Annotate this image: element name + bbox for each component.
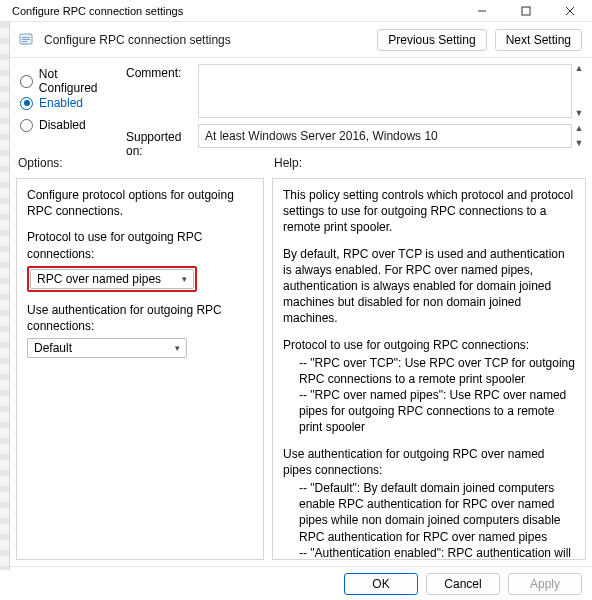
radio-icon <box>20 119 33 132</box>
protocol-label: Protocol to use for outgoing RPC connect… <box>27 229 253 261</box>
comment-scroll[interactable]: ▲ ▼ <box>572 64 586 118</box>
up-arrow-icon: ▲ <box>575 64 584 73</box>
help-text: -- "RPC over named pipes": Use RPC over … <box>283 387 575 436</box>
options-panel: Configure protocol options for outgoing … <box>16 178 264 560</box>
options-column: Options: Configure protocol options for … <box>16 152 264 560</box>
titlebar-controls <box>460 0 592 22</box>
radio-label: Not Configured <box>39 67 118 95</box>
dialog-window: Configure RPC connection settings Previo… <box>10 22 592 600</box>
dialog-title: Configure RPC connection settings <box>44 33 231 47</box>
auth-value: Default <box>34 340 72 356</box>
titlebar: Configure RPC connection settings <box>0 0 592 22</box>
comment-textarea[interactable] <box>198 64 572 118</box>
up-arrow-icon: ▲ <box>575 124 584 133</box>
protocol-combobox[interactable]: RPC over named pipes ▾ <box>30 269 194 289</box>
protocol-combo-highlight: RPC over named pipes ▾ <box>27 266 197 292</box>
dialog-header: Configure RPC connection settings Previo… <box>10 22 592 58</box>
ok-button[interactable]: OK <box>344 573 418 595</box>
comment-label: Comment: <box>126 64 198 80</box>
close-button[interactable] <box>548 0 592 22</box>
auth-combo-wrap: Default ▾ <box>27 338 187 358</box>
radio-not-configured[interactable]: Not Configured <box>20 70 118 92</box>
next-setting-button[interactable]: Next Setting <box>495 29 582 51</box>
down-arrow-icon: ▼ <box>575 139 584 148</box>
help-panel: This policy setting controls which proto… <box>272 178 586 560</box>
svg-rect-6 <box>22 39 30 40</box>
chevron-down-icon: ▾ <box>182 273 187 285</box>
radio-icon <box>20 97 33 110</box>
policy-icon <box>18 31 36 49</box>
auth-combobox[interactable]: Default ▾ <box>27 338 187 358</box>
supported-text: At least Windows Server 2016, Windows 10 <box>205 129 438 143</box>
state-radios: Not Configured Enabled Disabled <box>20 64 118 148</box>
minimize-button[interactable] <box>460 0 504 22</box>
chevron-down-icon: ▾ <box>175 342 180 354</box>
help-text: -- "Default": By default domain joined c… <box>283 480 575 545</box>
protocol-value: RPC over named pipes <box>37 271 161 287</box>
svg-rect-1 <box>522 7 530 15</box>
header-nav: Previous Setting Next Setting <box>377 29 582 51</box>
radio-icon <box>20 75 33 88</box>
help-text: -- "Authentication enabled": RPC authent… <box>283 545 575 560</box>
radio-enabled[interactable]: Enabled <box>20 92 118 114</box>
previous-setting-button[interactable]: Previous Setting <box>377 29 486 51</box>
svg-rect-5 <box>22 37 30 38</box>
maximize-button[interactable] <box>504 0 548 22</box>
radio-label: Enabled <box>39 96 83 110</box>
auth-label: Use authentication for outgoing RPC conn… <box>27 302 253 334</box>
help-heading: Help: <box>272 152 586 178</box>
apply-button[interactable]: Apply <box>508 573 582 595</box>
help-text: By default, RPC over TCP is used and aut… <box>283 246 575 327</box>
panels: Options: Configure protocol options for … <box>10 152 592 566</box>
down-arrow-icon: ▼ <box>575 109 584 118</box>
supported-value: At least Windows Server 2016, Windows 10 <box>198 124 572 148</box>
help-text: -- "RPC over TCP": Use RPC over TCP for … <box>283 355 575 387</box>
help-text: Protocol to use for outgoing RPC connect… <box>283 337 575 353</box>
help-text: This policy setting controls which proto… <box>283 187 575 236</box>
options-heading: Options: <box>16 152 264 178</box>
titlebar-title: Configure RPC connection settings <box>12 5 183 17</box>
state-area: Not Configured Enabled Disabled Comment:… <box>10 58 592 152</box>
options-intro: Configure protocol options for outgoing … <box>27 187 253 219</box>
background-strip <box>0 22 10 570</box>
help-column: Help: This policy setting controls which… <box>272 152 586 560</box>
cancel-button[interactable]: Cancel <box>426 573 500 595</box>
radio-disabled[interactable]: Disabled <box>20 114 118 136</box>
kv-area: Comment: ▲ ▼ Supported on: At least Wind… <box>126 64 586 148</box>
radio-label: Disabled <box>39 118 86 132</box>
supported-scroll[interactable]: ▲ ▼ <box>572 124 586 148</box>
dialog-footer: OK Cancel Apply <box>10 566 592 600</box>
svg-rect-7 <box>22 41 27 42</box>
help-text: Use authentication for outgoing RPC over… <box>283 446 575 478</box>
